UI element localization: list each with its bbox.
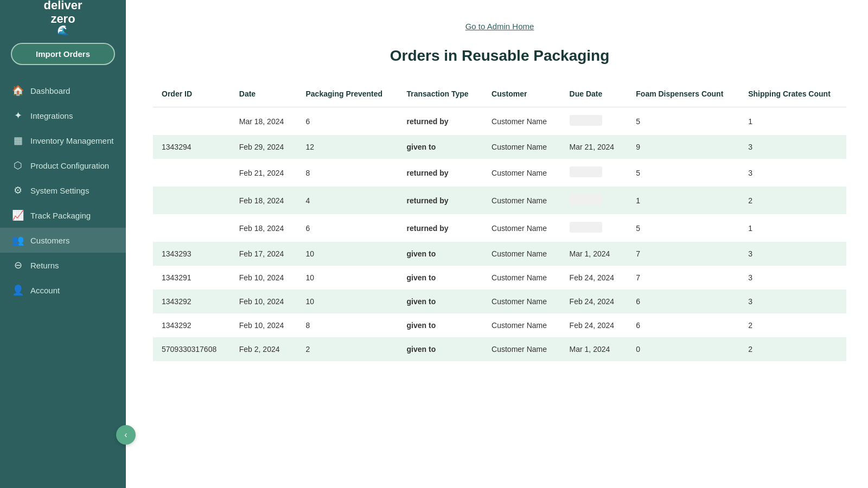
sidebar-item-returns[interactable]: ⊖ Returns [0, 253, 126, 278]
cell-transaction-type: given to [398, 290, 483, 313]
cell-packaging-prevented: 2 [297, 337, 398, 361]
due-date-value: Feb 24, 2024 [570, 273, 615, 282]
cell-packaging-prevented: 6 [297, 214, 398, 242]
cell-packaging-prevented: 10 [297, 266, 398, 290]
cell-date: Feb 29, 2024 [231, 135, 297, 159]
sidebar-item-account[interactable]: 👤 Account [0, 278, 126, 303]
sidebar-item-integrations[interactable]: ✦ Integrations [0, 103, 126, 128]
cell-due-date: Feb 24, 2024 [561, 313, 628, 337]
cell-customer: Customer Name [483, 159, 561, 187]
cell-order-id [153, 214, 231, 242]
cell-foam-count: 5 [627, 159, 739, 187]
table-row: 1343293 Feb 17, 2024 10 given to Custome… [153, 242, 846, 266]
sidebar-item-customers[interactable]: 👥 Customers [0, 228, 126, 253]
cell-due-date [561, 187, 628, 214]
cell-date: Feb 10, 2024 [231, 290, 297, 313]
cell-packaging-prevented: 4 [297, 187, 398, 214]
sidebar-item-product-config[interactable]: ⬡ Product Configuration [0, 153, 126, 178]
cell-foam-count: 5 [627, 214, 739, 242]
table-header-row: Order ID Date Packaging Prevented Transa… [153, 84, 846, 107]
cell-foam-count: 7 [627, 266, 739, 290]
sidebar-item-label-integrations: Integrations [30, 111, 73, 120]
table-row: Mar 18, 2024 6 returned by Customer Name… [153, 107, 846, 136]
sidebar-collapse-button[interactable]: ‹ [116, 425, 136, 445]
cell-customer: Customer Name [483, 290, 561, 313]
cell-customer: Customer Name [483, 187, 561, 214]
due-date-empty [570, 115, 602, 126]
orders-table: Order ID Date Packaging Prevented Transa… [153, 84, 846, 361]
cell-crates-count: 3 [739, 135, 846, 159]
sidebar-item-label-customers: Customers [30, 236, 70, 245]
cell-due-date [561, 107, 628, 136]
cell-order-id: 1343291 [153, 266, 231, 290]
col-due-date: Due Date [561, 84, 628, 107]
sidebar-item-system-settings[interactable]: ⚙ System Settings [0, 178, 126, 203]
due-date-value: Mar 1, 2024 [570, 249, 610, 258]
cell-date: Feb 21, 2024 [231, 159, 297, 187]
cell-customer: Customer Name [483, 107, 561, 136]
cell-due-date: Mar 1, 2024 [561, 242, 628, 266]
cell-foam-count: 6 [627, 313, 739, 337]
cell-foam-count: 6 [627, 290, 739, 313]
col-transaction-type: Transaction Type [398, 84, 483, 107]
logo: deliver zero 🌊 [0, 0, 126, 35]
cell-order-id [153, 107, 231, 136]
cell-foam-count: 7 [627, 242, 739, 266]
cell-due-date [561, 214, 628, 242]
cell-transaction-type: given to [398, 337, 483, 361]
product-config-icon: ⬡ [12, 159, 24, 171]
nav-items: 🏠 Dashboard ✦ Integrations ▦ Inventory M… [0, 73, 126, 488]
cell-order-id: 1343294 [153, 135, 231, 159]
goto-admin-link[interactable]: Go to Admin Home [153, 22, 846, 31]
due-date-empty [570, 166, 602, 177]
cell-date: Feb 18, 2024 [231, 187, 297, 214]
cell-foam-count: 1 [627, 187, 739, 214]
cell-date: Feb 10, 2024 [231, 266, 297, 290]
due-date-empty [570, 222, 602, 233]
due-date-value: Mar 21, 2024 [570, 143, 615, 151]
due-date-value: Feb 24, 2024 [570, 321, 615, 330]
integrations-icon: ✦ [12, 110, 24, 121]
cell-transaction-type: given to [398, 313, 483, 337]
table-row: 1343291 Feb 10, 2024 10 given to Custome… [153, 266, 846, 290]
table-row: 5709330317608 Feb 2, 2024 2 given to Cus… [153, 337, 846, 361]
cell-customer: Customer Name [483, 214, 561, 242]
system-settings-icon: ⚙ [12, 184, 24, 196]
sidebar-item-dashboard[interactable]: 🏠 Dashboard [0, 78, 126, 103]
cell-due-date: Mar 1, 2024 [561, 337, 628, 361]
due-date-empty [570, 194, 602, 205]
sidebar-item-label-account: Account [30, 286, 60, 295]
col-customer: Customer [483, 84, 561, 107]
cell-customer: Customer Name [483, 266, 561, 290]
cell-crates-count: 2 [739, 313, 846, 337]
cell-transaction-type: returned by [398, 107, 483, 136]
table-row: 1343292 Feb 10, 2024 10 given to Custome… [153, 290, 846, 313]
cell-customer: Customer Name [483, 313, 561, 337]
sidebar-item-track-packaging[interactable]: 📈 Track Packaging [0, 203, 126, 228]
cell-date: Feb 17, 2024 [231, 242, 297, 266]
col-foam-dispensers-count: Foam Dispensers Count [627, 84, 739, 107]
dashboard-icon: 🏠 [12, 85, 24, 97]
sidebar-item-label-product-config: Product Configuration [30, 161, 109, 170]
cell-date: Feb 18, 2024 [231, 214, 297, 242]
due-date-value: Feb 24, 2024 [570, 297, 615, 306]
import-orders-button[interactable]: Import Orders [11, 43, 115, 65]
cell-packaging-prevented: 12 [297, 135, 398, 159]
cell-crates-count: 3 [739, 290, 846, 313]
logo-text: deliver zero 🌊 [44, 0, 82, 36]
table-row: 1343292 Feb 10, 2024 8 given to Customer… [153, 313, 846, 337]
sidebar-item-label-system-settings: System Settings [30, 186, 89, 195]
cell-transaction-type: given to [398, 135, 483, 159]
cell-crates-count: 1 [739, 107, 846, 136]
cell-crates-count: 1 [739, 214, 846, 242]
cell-packaging-prevented: 6 [297, 107, 398, 136]
cell-customer: Customer Name [483, 135, 561, 159]
returns-icon: ⊖ [12, 259, 24, 271]
cell-order-id [153, 187, 231, 214]
cell-order-id: 5709330317608 [153, 337, 231, 361]
cell-packaging-prevented: 10 [297, 290, 398, 313]
cell-date: Mar 18, 2024 [231, 107, 297, 136]
account-icon: 👤 [12, 284, 24, 296]
sidebar-item-inventory[interactable]: ▦ Inventory Management [0, 128, 126, 153]
sidebar-item-label-inventory: Inventory Management [30, 136, 113, 145]
